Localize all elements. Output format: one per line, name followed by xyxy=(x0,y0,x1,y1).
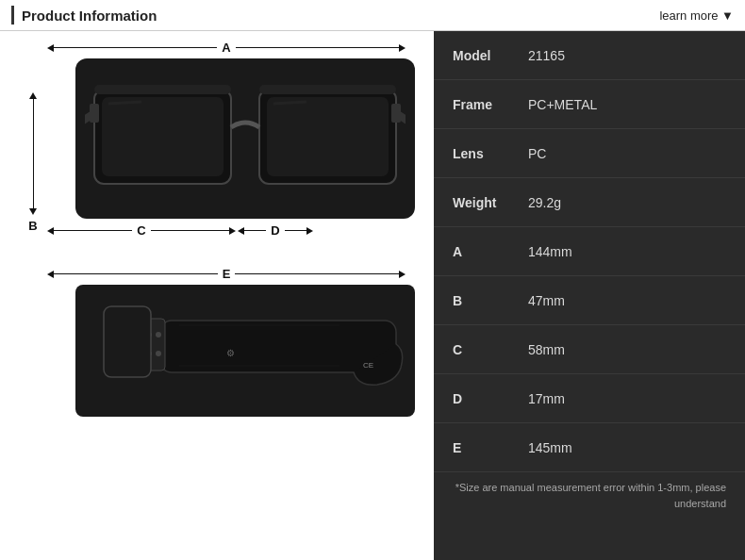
d-arrow-line: D xyxy=(238,223,313,238)
a-arrow-left xyxy=(47,44,54,52)
spec-value-lens: PC xyxy=(528,146,546,161)
spec-value-e: 145mm xyxy=(528,440,572,455)
spec-label-model: Model xyxy=(453,48,528,63)
spec-note: *Size are manual measurement error withi… xyxy=(434,472,745,519)
spec-row-c: C 58mm xyxy=(434,325,745,374)
spec-label-weight: Weight xyxy=(453,195,528,210)
specs-panel: Model 21165 Frame PC+METAL Lens PC Weigh… xyxy=(434,31,745,560)
main-content: B A xyxy=(0,31,745,560)
spec-label-frame: Frame xyxy=(453,97,528,112)
b-arrow-up xyxy=(29,92,37,99)
svg-line-11 xyxy=(273,102,306,104)
spec-value-b: 47mm xyxy=(528,293,565,308)
d-line xyxy=(244,230,266,231)
front-view-section: B A xyxy=(19,41,415,257)
b-dimension-col: B xyxy=(19,41,47,257)
svg-line-10 xyxy=(108,102,141,104)
spec-row-model: Model 21165 xyxy=(434,31,745,80)
spec-label-a: A xyxy=(453,244,528,259)
e-arrow-row: E xyxy=(47,267,406,281)
b-label: B xyxy=(24,219,41,233)
glasses-front-svg xyxy=(85,66,406,212)
e-arrow-left xyxy=(47,271,54,278)
page-title: Product Information xyxy=(22,8,157,24)
svg-point-17 xyxy=(156,351,161,356)
spec-value-weight: 29.2g xyxy=(528,195,561,210)
header-left: Product Information xyxy=(11,6,157,25)
side-view-section: E xyxy=(47,267,415,417)
e-line2 xyxy=(235,273,399,274)
c-arrow-right xyxy=(229,227,236,235)
a-arrow-right xyxy=(399,44,406,52)
spec-label-lens: Lens xyxy=(453,146,528,161)
cd-arrow-row: C D xyxy=(47,223,406,238)
e-arrow-line: E xyxy=(47,267,406,281)
c-line2 xyxy=(151,230,229,231)
svg-text:⚙: ⚙ xyxy=(226,348,235,358)
spec-value-c: 58mm xyxy=(528,342,565,357)
front-col: A xyxy=(47,41,415,238)
c-arrow-line: C xyxy=(47,223,236,238)
glasses-side-image: ⚙ CE xyxy=(75,285,415,417)
header: Product Information learn more ▼ xyxy=(0,0,745,31)
svg-rect-9 xyxy=(259,85,396,94)
svg-rect-6 xyxy=(90,104,99,123)
spec-row-a: A 144mm xyxy=(434,227,745,276)
a-arrow-line: A xyxy=(47,41,406,55)
b-arrow-down xyxy=(29,208,37,215)
d-line2 xyxy=(285,230,306,231)
spec-row-weight: Weight 29.2g xyxy=(434,178,745,227)
glasses-side-svg: ⚙ CE xyxy=(85,292,406,410)
svg-rect-12 xyxy=(160,321,396,372)
svg-rect-3 xyxy=(267,97,389,176)
svg-rect-18 xyxy=(104,306,151,377)
glasses-front-image xyxy=(75,58,415,219)
spec-value-frame: PC+METAL xyxy=(528,97,597,112)
a-line2 xyxy=(236,47,399,48)
spec-label-c: C xyxy=(453,342,528,357)
c-line xyxy=(54,230,132,231)
svg-point-15 xyxy=(156,332,161,338)
spec-value-d: 17mm xyxy=(528,391,565,406)
b-line xyxy=(33,99,34,208)
d-label: D xyxy=(266,223,284,238)
spec-row-frame: Frame PC+METAL xyxy=(434,80,745,129)
c-arrow-left xyxy=(47,227,54,235)
spec-row-e: E 145mm xyxy=(434,423,745,472)
e-arrow-right xyxy=(399,271,406,278)
svg-text:CE: CE xyxy=(363,361,373,370)
spec-value-model: 21165 xyxy=(528,48,565,63)
spec-row-d: D 17mm xyxy=(434,374,745,423)
b-arrow-line xyxy=(29,92,37,215)
spec-row-lens: Lens PC xyxy=(434,129,745,178)
d-arrow-right xyxy=(306,227,313,235)
a-arrow-row: A xyxy=(47,41,406,55)
e-label: E xyxy=(218,267,236,281)
svg-rect-2 xyxy=(102,97,224,176)
d-arrow-left xyxy=(238,227,244,235)
a-label: A xyxy=(217,41,235,55)
spec-label-e: E xyxy=(453,440,528,455)
spec-label-b: B xyxy=(453,293,528,308)
a-line xyxy=(54,47,217,48)
left-panel: B A xyxy=(0,31,434,560)
svg-rect-7 xyxy=(391,104,401,123)
spec-value-a: 144mm xyxy=(528,244,572,259)
spec-label-d: D xyxy=(453,391,528,406)
spec-row-b: B 47mm xyxy=(434,276,745,325)
header-bar-icon xyxy=(11,6,14,25)
svg-rect-8 xyxy=(94,85,231,94)
c-label: C xyxy=(132,223,150,238)
learn-more-link[interactable]: learn more ▼ xyxy=(659,8,734,23)
e-line xyxy=(54,273,218,274)
